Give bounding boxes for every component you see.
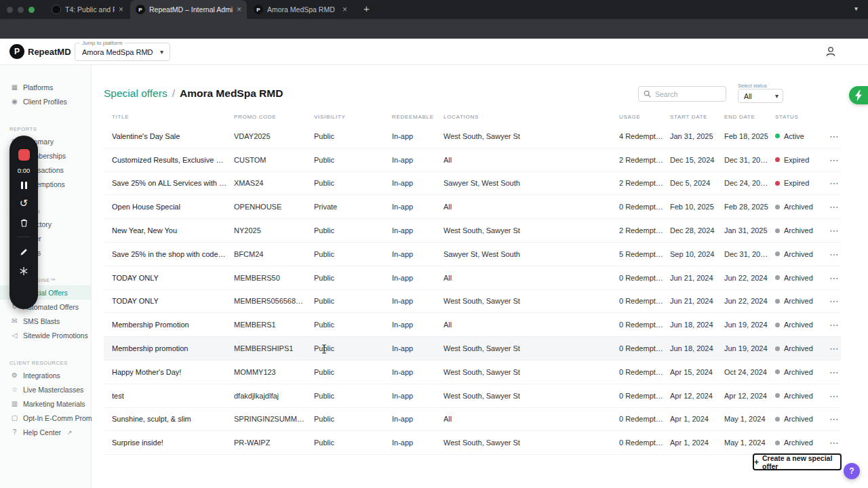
cell-visibility: Private xyxy=(314,203,392,211)
table-row[interactable]: TODAY ONLYMEMBER5056568946PublicIn-appWe… xyxy=(104,290,841,314)
cell-title: Surprise inside! xyxy=(112,439,234,447)
status-label: Archived xyxy=(784,250,813,258)
sidebar-item-client-profiles[interactable]: ◉Client Profiles xyxy=(0,94,91,108)
tab-close-icon[interactable]: × xyxy=(119,5,123,14)
sidebar-item-marketing-materials[interactable]: ▥Marketing Materials↗ xyxy=(0,396,91,411)
cell-locations: West South, Sawyer St xyxy=(443,439,619,447)
cell-end-date: Dec 24, 2024 xyxy=(724,179,775,187)
tab-list-chevron-icon[interactable]: ▾ xyxy=(854,5,858,12)
sidebar-item-sitewide-promotions[interactable]: ◁Sitewide Promotions xyxy=(0,328,91,342)
table-row[interactable]: Membership promotionMEMBERSHIPS1PublicIn… xyxy=(104,337,841,361)
create-special-offer-button[interactable]: + Create a new special offer xyxy=(753,453,842,470)
status-dot xyxy=(775,251,780,256)
search-box[interactable] xyxy=(638,86,726,102)
cell-title: New Year, New You xyxy=(112,226,234,235)
tab-close-icon[interactable]: × xyxy=(342,5,347,14)
quick-actions-fab[interactable] xyxy=(849,86,868,104)
create-special-offer-label: Create a new special offer xyxy=(762,454,840,470)
row-actions-button[interactable]: ⋯ xyxy=(826,367,841,378)
cell-end-date: Apr 12, 2024 xyxy=(724,392,775,400)
table-row[interactable]: Valentine's Day SaleVDAY2025PublicIn-app… xyxy=(104,125,841,148)
row-actions-button[interactable]: ⋯ xyxy=(826,272,841,283)
window-controls[interactable] xyxy=(7,7,35,13)
cell-usage: 0 Redemptions xyxy=(619,368,670,376)
row-actions-button[interactable]: ⋯ xyxy=(826,343,841,354)
sidebar-item-integrations[interactable]: ⚙Integrations xyxy=(0,368,91,382)
status-dot xyxy=(775,275,780,280)
browser-navbar: ← → ↻ admin.staging.repeatmd.app/admin/s… xyxy=(0,19,868,39)
stop-recording-button[interactable] xyxy=(18,149,30,161)
status-dot xyxy=(775,323,780,327)
cell-status: Archived xyxy=(775,250,826,258)
window-close-button[interactable] xyxy=(7,7,13,13)
search-input[interactable] xyxy=(655,87,723,101)
cell-visibility: Public xyxy=(314,274,392,282)
status-dot xyxy=(775,228,780,233)
table-row[interactable]: TODAY ONLYMEMBERS50PublicIn-appAll0 Rede… xyxy=(104,266,841,290)
table-row[interactable]: Surprise inside!PR-WAIPZPublicIn-appWest… xyxy=(104,431,841,455)
row-actions-button[interactable]: ⋯ xyxy=(826,296,841,306)
browser-tab[interactable]: PAmora MedSpa RMD× xyxy=(248,0,353,19)
window-minimize-button[interactable] xyxy=(18,7,24,13)
row-actions-button[interactable]: ⋯ xyxy=(826,413,841,424)
cell-status: Archived xyxy=(775,392,826,400)
sidebar-item-platforms[interactable]: ▦Platforms xyxy=(0,80,91,94)
sidebar-item-live-masterclasses[interactable]: ☆Live Masterclasses xyxy=(0,382,91,396)
table-row[interactable]: Sunshine, sculpt, & slimSPRINGIN2SUMMERP… xyxy=(104,408,841,432)
help-button[interactable]: ? xyxy=(844,463,860,479)
jump-to-platform-select[interactable]: Jump to platform Amora MedSpa RMD × ▾ xyxy=(75,43,170,61)
page-title: Amora MedSpa RMD xyxy=(180,87,283,100)
draw-pencil-icon[interactable] xyxy=(20,247,28,256)
restart-recording-icon[interactable]: ↺ xyxy=(20,198,28,208)
row-actions-button[interactable]: ⋯ xyxy=(826,131,841,142)
tab-title: T4: Public and Private Spe... xyxy=(65,5,115,14)
window-zoom-button[interactable] xyxy=(28,7,35,13)
cell-redeemable: In-app xyxy=(392,274,443,282)
row-actions-button[interactable]: ⋯ xyxy=(826,225,841,236)
table-row[interactable]: Save 25% in the shop with code BFCM24BFC… xyxy=(104,243,841,266)
status-filter-select[interactable]: All ▾ xyxy=(738,89,783,103)
sidebar-item-opt-in-e-comm-promos[interactable]: ▢Opt-In E-Comm Promos↗ xyxy=(0,411,91,425)
repeatmd-logo: P xyxy=(136,5,145,14)
row-actions-button[interactable]: ⋯ xyxy=(826,249,841,260)
chevron-down-icon: ▾ xyxy=(775,92,778,100)
table-row[interactable]: testdfakdjlkajdlfajPublicIn-appWest Sout… xyxy=(104,384,841,408)
delete-recording-icon[interactable] xyxy=(20,218,28,228)
tab-close-icon[interactable]: × xyxy=(237,5,241,14)
row-actions-button[interactable]: ⋯ xyxy=(826,319,841,330)
sidebar-item-help-center[interactable]: ?Help Center↗ xyxy=(0,425,91,439)
row-actions-button[interactable]: ⋯ xyxy=(826,155,841,165)
cell-redeemable: In-app xyxy=(392,439,443,447)
table-row[interactable]: Open House SpecialOPENHOUSEPrivateIn-app… xyxy=(104,195,841,219)
sidebar-section-label: CLIENT RESOURCES xyxy=(0,357,91,368)
cell-locations: All xyxy=(443,156,619,164)
chevron-down-icon[interactable]: ▾ xyxy=(160,48,163,56)
cell-locations: All xyxy=(443,415,619,423)
breadcrumb: Special offers / Amora MedSpa RMD xyxy=(104,87,283,100)
clear-icon[interactable]: × xyxy=(144,47,149,56)
row-actions-button[interactable]: ⋯ xyxy=(826,201,841,212)
status-dot xyxy=(775,393,780,398)
browser-tab[interactable]: PRepeatMD – Internal Admin× xyxy=(130,0,247,19)
account-icon[interactable] xyxy=(825,45,837,58)
cell-status: Archived xyxy=(775,203,826,211)
cell-start-date: Jun 21, 2024 xyxy=(670,297,724,305)
cell-start-date: Apr 1, 2024 xyxy=(670,415,724,423)
cell-usage: 0 Redemptions xyxy=(619,321,670,329)
effects-icon[interactable] xyxy=(19,266,28,276)
cell-end-date: Dec 31, 2024 xyxy=(724,250,775,258)
row-actions-button[interactable]: ⋯ xyxy=(826,437,841,448)
pause-recording-button[interactable] xyxy=(21,182,27,189)
cell-usage: 0 Redemptions xyxy=(619,203,670,211)
browser-tab[interactable]: T4: Public and Private Spe...× xyxy=(46,0,129,19)
table-row[interactable]: Membership PromotionMEMBERS1PublicIn-app… xyxy=(104,313,841,337)
row-actions-button[interactable]: ⋯ xyxy=(826,178,841,188)
breadcrumb-parent-link[interactable]: Special offers xyxy=(104,87,167,100)
table-row[interactable]: New Year, New YouNY2025PublicIn-appWest … xyxy=(104,219,841,243)
table-row[interactable]: Happy Mother's Day!MOMMY123PublicIn-appW… xyxy=(104,361,841,384)
sidebar-item-sms-blasts[interactable]: ✉SMS Blasts xyxy=(0,314,91,328)
row-actions-button[interactable]: ⋯ xyxy=(826,390,841,401)
new-tab-button[interactable]: + xyxy=(363,3,370,14)
table-row[interactable]: Save 25% on ALL Services with code 'XMAS… xyxy=(104,172,841,196)
table-row[interactable]: Customized Results, Exclusive PriceCUSTO… xyxy=(104,148,841,172)
